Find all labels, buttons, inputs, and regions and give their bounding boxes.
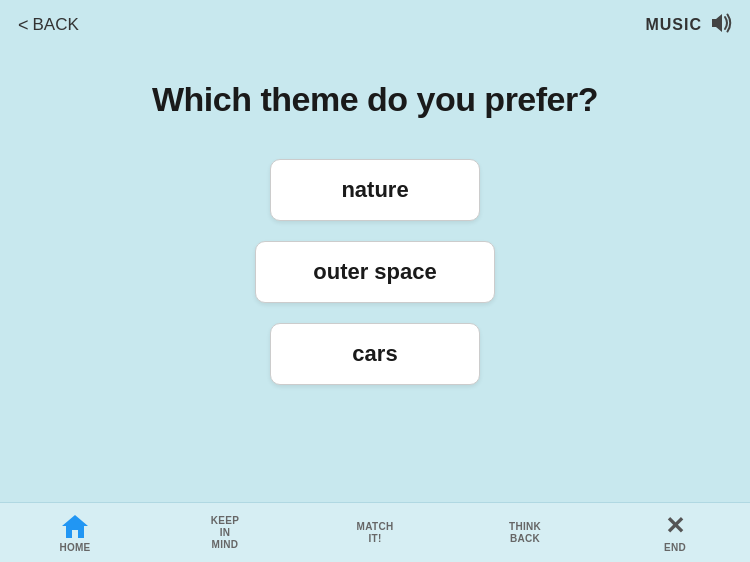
end-x-icon: ✕ [665, 512, 685, 540]
cars-button[interactable]: cars [270, 323, 480, 385]
nav-keep-in-mind[interactable]: KEEPinMIND [150, 515, 300, 551]
think-back-label: THINKBACK [509, 521, 541, 545]
nature-label: nature [341, 177, 408, 203]
question-title: Which theme do you prefer? [152, 80, 598, 119]
cars-label: cars [352, 341, 397, 367]
back-label: BACK [33, 15, 79, 35]
outer-space-label: outer space [313, 259, 437, 285]
home-label: HOME [59, 542, 90, 554]
back-button[interactable]: < BACK [18, 15, 79, 36]
keep-in-mind-label: KEEPinMIND [211, 515, 239, 551]
outer-space-button[interactable]: outer space [255, 241, 495, 303]
music-label: MUSIC [645, 16, 702, 34]
end-label: END [664, 542, 686, 554]
svg-marker-0 [712, 14, 722, 32]
nav-match-it[interactable]: MATCHIT! [300, 521, 450, 545]
main-content: Which theme do you prefer? nature outer … [0, 50, 750, 502]
nature-button[interactable]: nature [270, 159, 480, 221]
back-chevron-icon: < [18, 15, 29, 36]
nav-end[interactable]: ✕ END [600, 512, 750, 554]
bottom-nav-bar: HOME KEEPinMIND MATCHIT! THINKBACK ✕ END [0, 502, 750, 562]
nav-home[interactable]: HOME [0, 512, 150, 554]
nav-think-back[interactable]: THINKBACK [450, 521, 600, 545]
top-bar: < BACK MUSIC [0, 0, 750, 50]
music-button[interactable]: MUSIC [645, 13, 732, 38]
svg-marker-1 [62, 515, 88, 538]
home-icon [60, 512, 90, 540]
speaker-icon [708, 13, 732, 38]
match-it-label: MATCHIT! [357, 521, 394, 545]
